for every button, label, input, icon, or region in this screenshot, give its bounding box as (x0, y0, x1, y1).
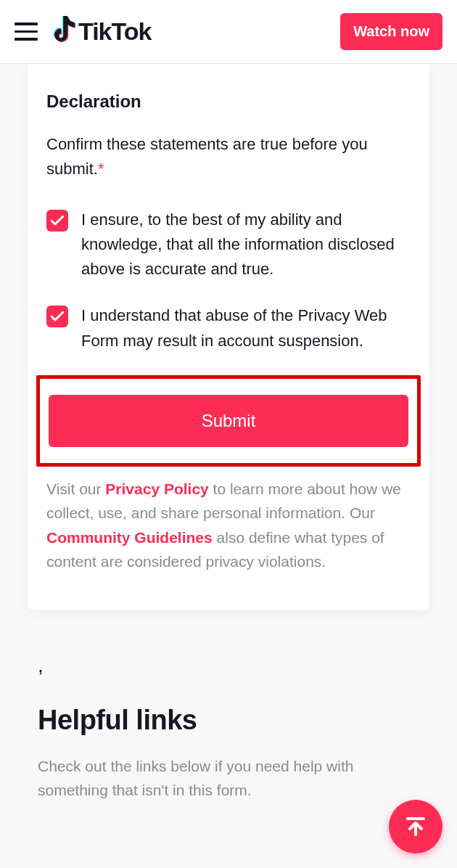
submit-highlight-box: Submit (36, 375, 421, 467)
music-note-icon (48, 16, 75, 48)
tiktok-logo[interactable]: TikTok (48, 16, 151, 48)
checkbox-label: I ensure, to the best of my ability and … (81, 208, 411, 282)
watch-now-button[interactable]: Watch now (340, 13, 442, 50)
declaration-card: Declaration Confirm these statements are… (28, 64, 429, 610)
scroll-to-top-button[interactable] (389, 800, 442, 831)
check-icon (51, 311, 64, 322)
community-guidelines-link[interactable]: Community Guidelines (46, 529, 213, 546)
logo-text: TikTok (78, 17, 151, 46)
declaration-item: I understand that abuse of the Privacy W… (46, 303, 411, 353)
app-header: TikTok Watch now (0, 0, 457, 64)
header-left: TikTok (15, 16, 151, 48)
declaration-desc: Confirm these statements are true before… (46, 132, 411, 181)
arrow-up-to-line-icon (403, 814, 428, 831)
helpful-links-section: , Helpful links Check out the links belo… (38, 654, 419, 802)
submit-button[interactable]: Submit (49, 395, 408, 447)
checkbox-label: I understand that abuse of the Privacy W… (81, 303, 411, 353)
stray-text: , (38, 654, 419, 677)
helpful-links-title: Helpful links (38, 705, 419, 736)
footer-note: Visit our Privacy Policy to learn more a… (46, 477, 411, 574)
declaration-item: I ensure, to the best of my ability and … (46, 208, 411, 282)
helpful-links-desc: Check out the links below if you need he… (38, 755, 419, 802)
privacy-policy-link[interactable]: Privacy Policy (105, 480, 208, 497)
declaration-title: Declaration (46, 91, 411, 112)
checkbox-abuse[interactable] (46, 306, 68, 327)
checkbox-accuracy[interactable] (46, 210, 68, 232)
check-icon (51, 216, 64, 226)
menu-icon[interactable] (15, 22, 38, 41)
required-mark: * (98, 160, 104, 178)
